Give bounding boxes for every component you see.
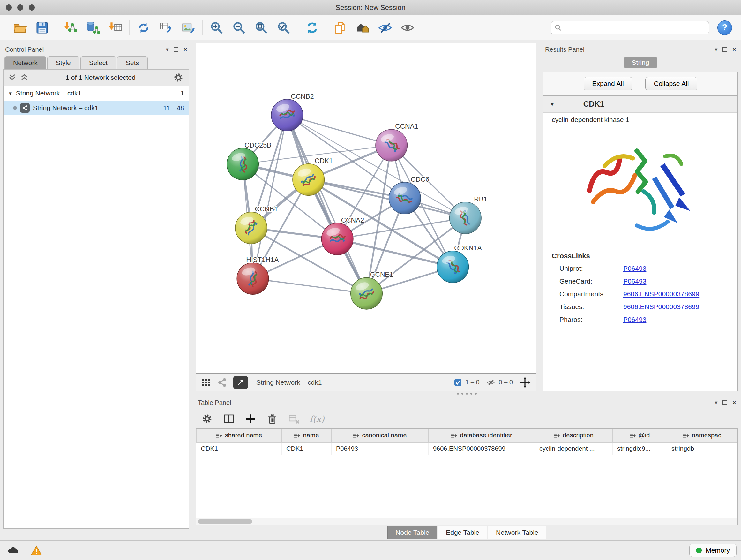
import-network-from-database-button[interactable] — [85, 20, 100, 36]
memory-button[interactable]: Memory — [689, 544, 737, 557]
zoom-fit-button[interactable] — [254, 20, 269, 36]
expand-all-icon[interactable] — [20, 73, 28, 82]
crosslink-label: Pharos: — [559, 316, 623, 323]
close-panel-button[interactable]: × — [184, 47, 187, 52]
network-edge[interactable] — [287, 115, 367, 294]
network-node-rb1[interactable]: RB1 — [450, 195, 487, 234]
gear-icon[interactable] — [173, 72, 184, 83]
refresh-button[interactable] — [305, 20, 320, 36]
birds-eye-view-button[interactable] — [233, 376, 248, 389]
protein-section: ▼ CDK1 cyclin-dependent kinase 1 — [543, 96, 738, 391]
open-session-button[interactable] — [12, 20, 27, 36]
close-panel-button[interactable]: × — [732, 47, 736, 52]
network-node-label: CCNE1 — [370, 271, 393, 278]
zoom-out-button[interactable] — [231, 20, 247, 36]
column-header-canonical-name[interactable]: canonical name — [332, 429, 428, 442]
tab-edge-table[interactable]: Edge Table — [438, 526, 487, 539]
tab-string[interactable]: String — [623, 57, 658, 68]
warnings-button[interactable] — [27, 543, 45, 557]
tab-network[interactable]: Network — [4, 56, 46, 69]
import-network-from-file-button[interactable] — [63, 20, 78, 36]
network-edge[interactable] — [287, 115, 392, 145]
hide-unhide-button[interactable] — [378, 20, 393, 36]
column-header-id[interactable]: @id — [613, 429, 667, 442]
column-header-database-identifier[interactable]: database identifier — [428, 429, 535, 442]
warning-icon — [30, 545, 42, 556]
network-view: CCNB2CCNA1CDC25BCDK1CDC6RB1CCNB1CCNA2CDK… — [196, 43, 536, 391]
table-row[interactable]: CDK1 CDK1 P06493 9606.ENSP00000378699 cy… — [197, 442, 738, 455]
close-window-button[interactable] — [6, 4, 12, 10]
show-columns-icon[interactable] — [223, 413, 235, 425]
collapse-all-icon[interactable] — [8, 73, 16, 82]
compartments-link[interactable]: 9606.ENSP00000378699 — [623, 290, 699, 298]
float-panel-button[interactable]: ▾ — [715, 399, 718, 406]
pharos-link[interactable]: P06493 — [623, 316, 646, 323]
home-view-button[interactable] — [355, 20, 370, 36]
selected-counts: 1 – 0 — [465, 379, 479, 386]
network-canvas[interactable]: CCNB2CCNA1CDC25BCDK1CDC6RB1CCNB1CCNA2CDK… — [196, 43, 536, 373]
network-node-ccnb2[interactable]: CCNB2 — [271, 92, 314, 131]
new-network-button[interactable] — [136, 20, 151, 36]
protein-structure-image — [543, 127, 738, 247]
horizontal-scrollbar[interactable] — [196, 518, 738, 524]
close-panel-button[interactable]: × — [732, 400, 736, 406]
search-field[interactable] — [551, 21, 709, 35]
delete-trash-icon[interactable] — [266, 413, 278, 425]
column-header-name[interactable]: name — [282, 429, 332, 442]
cloud-button[interactable] — [4, 543, 22, 557]
help-button[interactable]: ? — [718, 20, 732, 35]
export-image-button[interactable] — [181, 20, 196, 36]
column-header-description[interactable]: description — [535, 429, 613, 442]
sort-icon — [683, 433, 689, 438]
network-selection-status: 1 of 1 Network selected — [32, 74, 169, 81]
new-network-from-table-button[interactable] — [158, 20, 174, 36]
disclosure-triangle-icon[interactable]: ▼ — [8, 91, 13, 96]
column-header-shared-name[interactable]: shared name — [197, 429, 282, 442]
maximize-panel-button[interactable] — [723, 400, 727, 405]
network-node-ccna1[interactable]: CCNA1 — [376, 123, 418, 161]
add-row-plus-icon[interactable] — [245, 413, 257, 425]
tab-style[interactable]: Style — [47, 56, 79, 69]
table-options-gear-icon[interactable] — [201, 413, 213, 425]
disclosure-triangle-icon[interactable]: ▼ — [550, 102, 555, 107]
network-edge[interactable] — [253, 278, 367, 294]
network-row[interactable]: String Network – cdk1 11 48 — [3, 101, 189, 115]
minimize-window-button[interactable] — [17, 4, 23, 10]
scrollbar-thumb[interactable] — [198, 519, 252, 523]
zoom-selected-button[interactable] — [276, 20, 291, 36]
maximize-panel-button[interactable] — [723, 47, 727, 52]
network-node-ccnb1[interactable]: CCNB1 — [235, 205, 278, 244]
tab-select[interactable]: Select — [80, 56, 116, 69]
column-header-namespace[interactable]: namespac — [667, 429, 738, 442]
collapse-all-button[interactable]: Collapse All — [645, 77, 697, 90]
clone-network-button[interactable] — [333, 20, 348, 36]
expand-all-button[interactable]: Expand All — [584, 77, 632, 90]
network-edge[interactable] — [253, 115, 287, 278]
crosslink-row: Pharos: P06493 — [543, 313, 738, 326]
import-table-from-file-button[interactable] — [108, 20, 123, 36]
grid-view-icon[interactable] — [201, 378, 211, 387]
tab-network-table[interactable]: Network Table — [488, 526, 546, 539]
maximize-window-button[interactable] — [29, 4, 35, 10]
save-session-button[interactable] — [35, 20, 50, 36]
tab-node-table[interactable]: Node Table — [387, 526, 437, 539]
panel-resize-handle[interactable] — [196, 391, 738, 396]
share-network-icon[interactable] — [217, 378, 227, 387]
search-input[interactable] — [564, 24, 705, 31]
genecard-link[interactable]: P06493 — [623, 277, 646, 285]
pan-crosshair-icon[interactable] — [519, 377, 531, 388]
tab-sets[interactable]: Sets — [117, 56, 148, 69]
network-node-hist1h1a[interactable]: HIST1H1A — [237, 256, 279, 295]
window-title: Session: New Session — [0, 3, 741, 12]
zoom-in-button[interactable] — [209, 20, 224, 36]
tissues-link[interactable]: 9606.ENSP00000378699 — [623, 303, 699, 311]
network-collection-row[interactable]: ▼ String Network – cdk1 1 — [3, 86, 189, 101]
float-panel-button[interactable]: ▾ — [165, 46, 169, 53]
network-node-cdc25b[interactable]: CDC25B — [227, 141, 272, 180]
crosslink-label: Uniprot: — [559, 265, 623, 272]
import-table-icon — [108, 20, 123, 35]
maximize-panel-button[interactable] — [174, 47, 179, 52]
float-panel-button[interactable]: ▾ — [715, 46, 718, 53]
show-hide-panel-button[interactable] — [400, 20, 415, 36]
uniprot-link[interactable]: P06493 — [623, 265, 646, 272]
